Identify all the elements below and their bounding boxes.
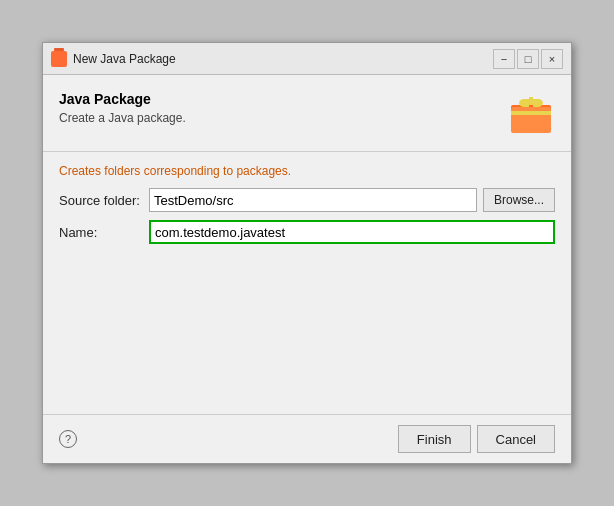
minimize-button[interactable]: − bbox=[493, 49, 515, 69]
source-folder-row: Source folder: Browse... bbox=[59, 188, 555, 212]
title-bar-left: New Java Package bbox=[51, 51, 176, 67]
title-bar-controls: − □ × bbox=[493, 49, 563, 69]
spacer bbox=[43, 264, 571, 414]
maximize-button[interactable]: □ bbox=[517, 49, 539, 69]
source-folder-label: Source folder: bbox=[59, 193, 149, 208]
header-icon bbox=[507, 91, 555, 139]
name-label: Name: bbox=[59, 225, 149, 240]
gift-box-icon bbox=[511, 97, 551, 133]
name-input[interactable] bbox=[149, 220, 555, 244]
footer-buttons: Finish Cancel bbox=[398, 425, 555, 453]
window-title: New Java Package bbox=[73, 52, 176, 66]
header-text: Java Package Create a Java package. bbox=[59, 91, 186, 125]
source-folder-input[interactable] bbox=[149, 188, 477, 212]
info-text: Creates folders corresponding to package… bbox=[59, 164, 555, 178]
help-button[interactable]: ? bbox=[59, 430, 77, 448]
footer-section: ? Finish Cancel bbox=[43, 414, 571, 463]
name-row: Name: bbox=[59, 220, 555, 244]
dialog-title: Java Package bbox=[59, 91, 186, 107]
header-section: Java Package Create a Java package. bbox=[43, 75, 571, 152]
dialog-window: New Java Package − □ × Java Package Crea… bbox=[42, 42, 572, 464]
window-icon bbox=[51, 51, 67, 67]
finish-button[interactable]: Finish bbox=[398, 425, 471, 453]
content-section: Creates folders corresponding to package… bbox=[43, 152, 571, 264]
browse-button[interactable]: Browse... bbox=[483, 188, 555, 212]
title-bar: New Java Package − □ × bbox=[43, 43, 571, 75]
dialog-subtitle: Create a Java package. bbox=[59, 111, 186, 125]
cancel-button[interactable]: Cancel bbox=[477, 425, 555, 453]
close-button[interactable]: × bbox=[541, 49, 563, 69]
dialog-body: Java Package Create a Java package. Crea… bbox=[43, 75, 571, 463]
